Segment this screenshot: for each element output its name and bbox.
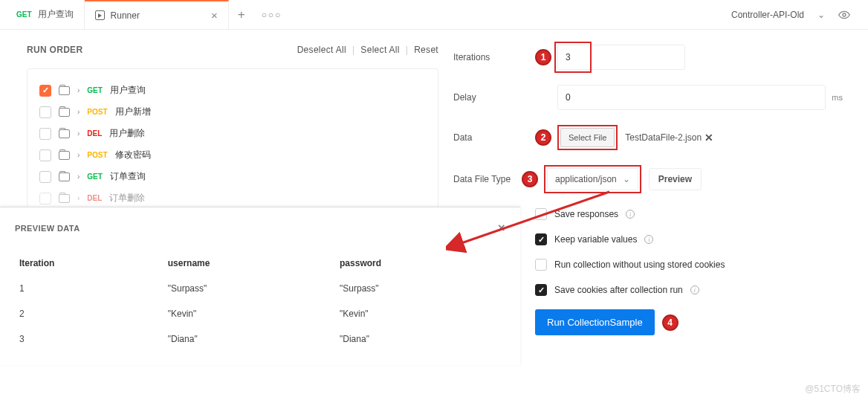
save-responses-label: Save responses — [554, 209, 618, 219]
list-item[interactable]: › GET 订单查询 — [39, 166, 426, 187]
checkbox[interactable] — [39, 106, 51, 118]
chevron-down-icon: ⌄ — [817, 10, 825, 20]
environment-selector[interactable]: Controller-API-Old ⌄ — [731, 9, 862, 21]
chevron-down-icon: ⌄ — [623, 174, 630, 184]
tabs-bar: GET 用户查询 Runner × + ○○○ Controller-API-O… — [0, 0, 868, 30]
table-row: 2 "Kevin" "Kevin" — [15, 301, 505, 326]
folder-icon — [59, 108, 70, 117]
chevron-right-icon: › — [77, 172, 80, 181]
checkbox[interactable] — [39, 193, 51, 204]
checkbox[interactable] — [39, 128, 51, 140]
svg-point-0 — [843, 13, 846, 16]
method-badge: DEL — [87, 194, 102, 202]
list-item[interactable]: › POST 修改密码 — [39, 144, 426, 166]
method-badge: GET — [87, 172, 103, 181]
chevron-right-icon: › — [77, 86, 80, 94]
watermark: @51CTO博客 — [805, 383, 861, 396]
select-value: application/json — [555, 174, 617, 184]
request-name: 用户查询 — [110, 84, 146, 97]
preview-table: Iteration username password 1 "Surpass" … — [15, 251, 505, 352]
method-badge: POST — [87, 151, 107, 159]
new-tab-button[interactable]: + — [229, 7, 254, 22]
request-list: › GET 用户查询 › POST 用户新增 › DEL 用户删除 — [27, 68, 438, 220]
folder-icon — [59, 129, 70, 138]
method-badge: GET — [16, 10, 32, 19]
data-file-type-select[interactable]: application/json ⌄ — [547, 168, 638, 190]
col-header-iteration: Iteration — [15, 251, 163, 276]
eye-icon[interactable] — [838, 9, 850, 21]
folder-icon — [59, 151, 70, 160]
data-file-name: TestDataFile-2.json — [625, 132, 702, 143]
checkbox[interactable] — [39, 171, 51, 183]
delay-label: Delay — [453, 92, 535, 103]
table-row: 3 "Diana" "Diana" — [15, 326, 505, 352]
checkbox[interactable] — [39, 85, 51, 97]
annotation-badge-1: 1 — [535, 49, 551, 65]
list-item[interactable]: › DEL 订单删除 — [39, 187, 426, 209]
runner-icon — [95, 10, 105, 20]
annotation-badge-2: 2 — [535, 129, 551, 146]
close-icon[interactable]: × — [498, 221, 505, 236]
list-item[interactable]: › GET 用户查询 — [39, 80, 426, 101]
col-header-password: password — [335, 251, 505, 276]
annotation-highlight: application/json ⌄ — [544, 165, 641, 193]
checkbox[interactable] — [535, 284, 547, 296]
tab-label: Runner — [111, 10, 140, 21]
data-label: Data — [453, 132, 535, 143]
checkbox[interactable] — [535, 233, 547, 245]
folder-icon — [59, 194, 70, 203]
tab-label: 用户查询 — [38, 8, 74, 21]
table-row: 1 "Surpass" "Surpass" — [15, 276, 505, 301]
run-order-title: RUN ORDER — [27, 45, 82, 55]
preview-data-panel: PREVIEW DATA × Iteration username passwo… — [0, 207, 520, 365]
iterations-input[interactable] — [557, 45, 685, 70]
method-badge: POST — [87, 108, 107, 116]
deselect-all-button[interactable]: Deselect All — [297, 45, 346, 55]
checkbox[interactable] — [535, 208, 547, 220]
info-icon[interactable]: i — [690, 286, 699, 294]
chevron-right-icon: › — [77, 129, 80, 138]
folder-icon — [59, 172, 70, 181]
request-name: 订单删除 — [109, 192, 145, 204]
select-all-button[interactable]: Select All — [360, 45, 399, 55]
close-icon[interactable]: × — [211, 9, 218, 22]
request-name: 订单查询 — [110, 170, 146, 183]
request-name: 修改密码 — [115, 149, 151, 161]
select-file-button[interactable]: Select File — [560, 128, 615, 147]
delay-unit: ms — [832, 93, 843, 102]
run-collection-button[interactable]: Run CollectionSample — [535, 309, 655, 335]
request-name: 用户删除 — [109, 127, 145, 140]
checkbox[interactable] — [39, 149, 51, 161]
save-cookies-label: Save cookies after collection run — [554, 285, 683, 295]
annotation-highlight: Select File — [557, 125, 618, 150]
method-badge: DEL — [87, 129, 102, 138]
tab-overflow-button[interactable]: ○○○ — [254, 10, 290, 20]
clear-file-button[interactable]: ✕ — [705, 132, 713, 143]
chevron-right-icon: › — [77, 194, 80, 202]
col-header-username: username — [163, 251, 335, 276]
keep-variable-values-label: Keep variable values — [554, 234, 637, 245]
request-name: 用户新增 — [115, 106, 151, 118]
no-stored-cookies-label: Run collection without using stored cook… — [554, 259, 725, 270]
checkbox[interactable] — [535, 259, 547, 271]
list-item[interactable]: › POST 用户新增 — [39, 101, 426, 123]
preview-title: PREVIEW DATA — [15, 224, 80, 233]
info-icon[interactable]: i — [644, 235, 653, 244]
annotation-badge-4: 4 — [662, 314, 678, 331]
environment-name: Controller-API-Old — [731, 10, 804, 20]
delay-input[interactable] — [557, 85, 826, 110]
reset-button[interactable]: Reset — [414, 45, 438, 55]
tab-request[interactable]: GET 用户查询 — [6, 0, 85, 29]
folder-icon — [59, 86, 70, 95]
annotation-badge-3: 3 — [522, 171, 538, 187]
chevron-right-icon: › — [77, 151, 80, 159]
list-item[interactable]: › DEL 用户删除 — [39, 123, 426, 144]
iterations-label: Iterations — [453, 52, 535, 62]
tab-runner[interactable]: Runner × — [85, 0, 229, 29]
chevron-right-icon: › — [77, 108, 80, 116]
preview-button[interactable]: Preview — [649, 168, 702, 190]
info-icon[interactable]: i — [626, 210, 635, 219]
method-badge: GET — [87, 86, 103, 94]
